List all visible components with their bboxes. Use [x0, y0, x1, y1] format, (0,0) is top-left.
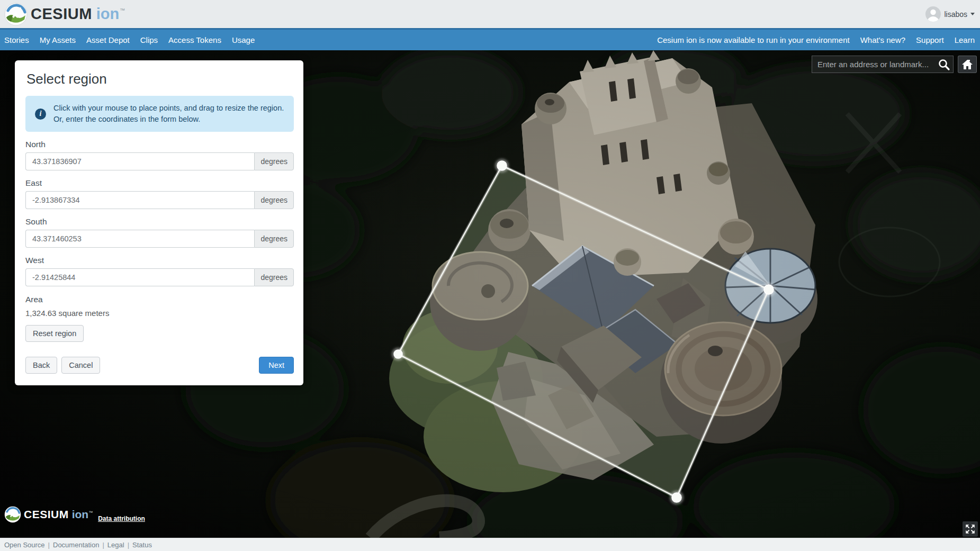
- next-button[interactable]: Next: [259, 357, 294, 374]
- home-view-button[interactable]: [958, 56, 977, 73]
- nav-item-clips[interactable]: Clips: [135, 30, 163, 50]
- panel-title: Select region: [26, 71, 294, 87]
- west-label: West: [25, 256, 294, 265]
- back-button[interactable]: Back: [25, 357, 57, 374]
- info-icon: i: [35, 109, 46, 120]
- north-label: North: [25, 140, 294, 149]
- reset-region-button[interactable]: Reset region: [25, 325, 84, 342]
- footer-separator: |: [48, 541, 50, 549]
- footer-link-documentation[interactable]: Documentation: [53, 541, 99, 549]
- nav-item-usage[interactable]: Usage: [227, 30, 260, 50]
- top-header: CESIUM ion ™ lisabos: [0, 0, 980, 28]
- east-unit: degrees: [254, 191, 294, 209]
- cesium-ion-logo[interactable]: CESIUM ion ™: [4, 3, 125, 26]
- search-box: [812, 56, 954, 73]
- north-unit: degrees: [254, 152, 294, 170]
- east-label: East: [25, 178, 294, 188]
- nav-item-learn[interactable]: Learn: [949, 30, 980, 50]
- nav-item-whats-new[interactable]: What's new?: [855, 30, 911, 50]
- footer-link-open-source[interactable]: Open Source: [4, 541, 45, 549]
- cesium-globe-icon: [4, 3, 28, 26]
- watermark-ion-text: ion: [72, 508, 89, 521]
- west-input[interactable]: [25, 268, 254, 286]
- nav-item-asset-depot[interactable]: Asset Depot: [81, 30, 135, 50]
- nav-item-support[interactable]: Support: [911, 30, 949, 50]
- nav-item-my-assets[interactable]: My Assets: [34, 30, 81, 50]
- field-group-north: North degrees: [25, 140, 294, 170]
- search-input[interactable]: [812, 56, 954, 73]
- brand-trademark: ™: [120, 7, 125, 13]
- geocoder: [812, 56, 977, 73]
- user-menu[interactable]: lisabos: [925, 6, 975, 22]
- west-unit: degrees: [254, 268, 294, 286]
- south-unit: degrees: [254, 230, 294, 248]
- cesium-globe-icon-small: [4, 506, 21, 523]
- panel-footer: Back Cancel Next: [25, 357, 294, 374]
- fullscreen-button[interactable]: [963, 521, 978, 537]
- brand-cesium-text: CESIUM: [31, 5, 92, 23]
- east-input[interactable]: [25, 191, 254, 209]
- main-nav: Stories My Assets Asset Depot Clips Acce…: [0, 28, 980, 50]
- map-viewport[interactable]: CESIUM ion ™ Data attribution Select re: [0, 50, 980, 538]
- area-value: 1,324.63 square meters: [25, 309, 294, 318]
- app-root: CESIUM ion ™ lisabos Stories My Assets A…: [0, 0, 980, 551]
- person-icon: [925, 6, 941, 22]
- south-label: South: [25, 217, 294, 227]
- nav-item-access-tokens[interactable]: Access Tokens: [163, 30, 227, 50]
- field-group-south: South degrees: [25, 217, 294, 248]
- brand-ion-text: ion: [96, 5, 120, 23]
- cesium-watermark: CESIUM ion ™ Data attribution: [4, 506, 145, 523]
- info-text: Click with your mouse to place points, a…: [53, 103, 286, 125]
- footer-link-legal[interactable]: Legal: [107, 541, 124, 549]
- home-icon: [961, 59, 973, 70]
- info-callout: i Click with your mouse to place points,…: [25, 96, 294, 132]
- south-input[interactable]: [25, 230, 254, 248]
- cancel-button[interactable]: Cancel: [61, 357, 100, 374]
- chevron-down-icon: [970, 13, 975, 15]
- footer-link-status[interactable]: Status: [132, 541, 152, 549]
- footer-separator: |: [128, 541, 129, 549]
- nav-announcement[interactable]: Cesium ion is now available to run in yo…: [652, 30, 855, 50]
- select-region-panel: Select region i Click with your mouse to…: [15, 60, 303, 385]
- region-handle-west[interactable]: [392, 348, 404, 360]
- avatar: [925, 6, 941, 22]
- watermark-trademark: ™: [88, 510, 93, 515]
- nav-left: Stories My Assets Asset Depot Clips Acce…: [0, 30, 260, 50]
- region-handle-north[interactable]: [495, 159, 509, 173]
- page-footer: Open Source | Documentation | Legal | St…: [0, 538, 980, 551]
- watermark-logo: CESIUM ion ™: [4, 506, 93, 523]
- nav-right: Cesium ion is now available to run in yo…: [652, 30, 980, 50]
- nav-item-stories[interactable]: Stories: [0, 30, 34, 50]
- field-group-east: East degrees: [25, 178, 294, 209]
- user-name: lisabos: [944, 10, 967, 19]
- region-handle-east[interactable]: [762, 283, 776, 296]
- field-group-west: West degrees: [25, 256, 294, 286]
- watermark-cesium-text: CESIUM: [24, 508, 69, 521]
- footer-separator: |: [102, 541, 104, 549]
- search-icon[interactable]: [937, 58, 951, 74]
- data-attribution-link[interactable]: Data attribution: [98, 515, 145, 522]
- region-handle-south[interactable]: [670, 491, 684, 504]
- area-label: Area: [25, 295, 294, 304]
- north-input[interactable]: [25, 152, 254, 170]
- fullscreen-icon: [965, 523, 976, 535]
